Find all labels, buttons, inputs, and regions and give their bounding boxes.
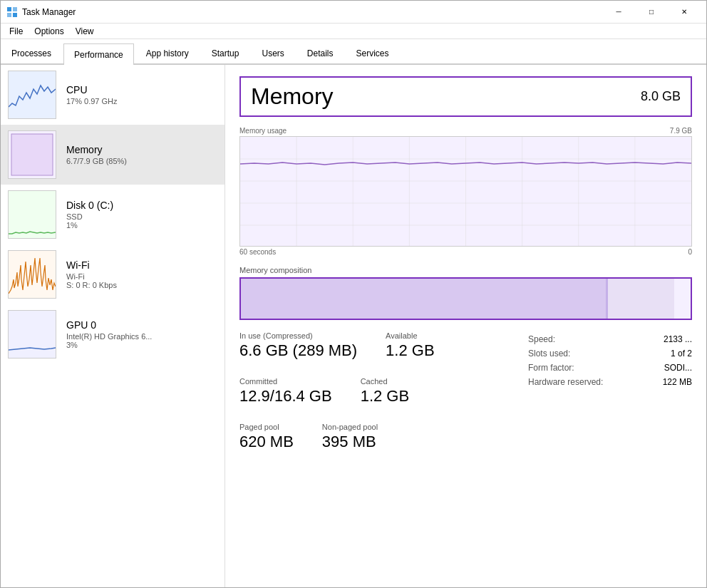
cpu-name: CPU: [66, 84, 217, 96]
menu-view[interactable]: View: [70, 25, 100, 38]
composition-bar: [239, 277, 692, 320]
comp-standby: [608, 279, 674, 319]
svg-rect-8: [9, 251, 56, 298]
hw-reserved-value: 122 MB: [663, 377, 692, 387]
right-stat-form: Form factor: SODI...: [528, 363, 692, 373]
sidebar-item-cpu[interactable]: CPU 17% 0.97 GHz: [1, 65, 225, 125]
hw-reserved-label: Hardware reserved:: [528, 377, 603, 387]
stat-cached: Cached 1.2 GB: [361, 377, 409, 406]
svg-rect-9: [9, 311, 56, 358]
svg-rect-1: [13, 7, 17, 11]
stats-row-3: Paged pool 620 MB Non-paged pool 395 MB: [239, 423, 514, 460]
window-controls: ─ □ ✕: [602, 1, 701, 24]
sidebar-item-wifi[interactable]: Wi-Fi Wi-Fi S: 0 R: 0 Kbps: [1, 244, 225, 304]
stat-committed-label: Committed: [239, 377, 332, 386]
gpu-name: GPU 0: [66, 319, 217, 331]
svg-rect-4: [9, 71, 56, 118]
cpu-sub: 17% 0.97 GHz: [66, 97, 217, 105]
close-button[interactable]: ✕: [668, 1, 701, 24]
disk-sub2: 1%: [66, 221, 217, 229]
title-bar: Task Manager ─ □ ✕: [1, 1, 706, 24]
memory-sub: 6.7/7.9 GB (85%): [66, 157, 217, 165]
memory-name: Memory: [66, 144, 217, 155]
sidebar-item-disk[interactable]: Disk 0 (C:) SSD 1%: [1, 185, 225, 244]
stat-paged-label: Paged pool: [239, 423, 294, 431]
memory-chart: [239, 136, 692, 247]
cpu-info: CPU 17% 0.97 GHz: [66, 84, 217, 105]
minimize-button[interactable]: ─: [602, 1, 635, 24]
stats-row-2: Committed 12.9/16.4 GB Cached 1.2 GB: [239, 377, 514, 414]
stat-paged-value: 620 MB: [239, 433, 294, 451]
tab-startup[interactable]: Startup: [201, 42, 250, 63]
svg-rect-7: [9, 191, 56, 238]
stats-area: In use (Compressed) 6.6 GB (289 MB) Avai…: [239, 331, 692, 468]
stat-available-label: Available: [386, 331, 434, 340]
tab-details[interactable]: Details: [296, 42, 344, 63]
memory-total: 8.0 GB: [641, 89, 681, 104]
stat-in-use-value: 6.6 GB (289 MB): [239, 341, 357, 360]
tab-users[interactable]: Users: [251, 42, 294, 63]
menu-options[interactable]: Options: [29, 25, 69, 38]
speed-value: 2133 ...: [664, 334, 692, 344]
tab-processes[interactable]: Processes: [1, 42, 62, 63]
form-value: SODI...: [664, 363, 692, 373]
menu-bar: File Options View: [1, 24, 706, 39]
chart-label-left: Memory usage: [239, 127, 287, 135]
sidebar: CPU 17% 0.97 GHz Memory 6.7/7.9 GB (85%): [1, 65, 225, 587]
right-stat-speed: Speed: 2133 ...: [528, 334, 692, 344]
svg-rect-2: [7, 13, 11, 17]
svg-rect-6: [11, 134, 53, 175]
gpu-sub2: 3%: [66, 341, 217, 349]
slots-value: 1 of 2: [671, 349, 692, 359]
task-manager-window: Task Manager ─ □ ✕ File Options View Pro…: [0, 0, 707, 588]
sidebar-item-gpu[interactable]: GPU 0 Intel(R) HD Graphics 6... 3%: [1, 304, 225, 364]
tab-performance[interactable]: Performance: [63, 43, 134, 65]
right-stats: Speed: 2133 ... Slots used: 1 of 2 Form …: [528, 331, 692, 468]
chart-time-right: 0: [688, 248, 692, 256]
composition-label: Memory composition: [239, 266, 692, 274]
left-stats: In use (Compressed) 6.6 GB (289 MB) Avai…: [239, 331, 514, 468]
tab-services[interactable]: Services: [346, 42, 400, 63]
stat-available: Available 1.2 GB: [386, 331, 434, 360]
stat-in-use: In use (Compressed) 6.6 GB (289 MB): [239, 331, 357, 360]
stat-cached-label: Cached: [361, 377, 409, 386]
tab-bar: Processes Performance App history Startu…: [1, 39, 706, 65]
wifi-sub2: S: 0 R: 0 Kbps: [66, 281, 217, 289]
right-stat-hw-reserved: Hardware reserved: 122 MB: [528, 377, 692, 387]
chart-time-row: 60 seconds 0: [239, 248, 692, 256]
tab-app-history[interactable]: App history: [135, 42, 200, 63]
stat-cached-value: 1.2 GB: [361, 387, 409, 406]
speed-label: Speed:: [528, 334, 555, 344]
stat-available-value: 1.2 GB: [386, 341, 434, 360]
stat-committed: Committed 12.9/16.4 GB: [239, 377, 332, 406]
memory-header: Memory 8.0 GB: [239, 76, 692, 117]
comp-free: [674, 279, 691, 319]
chart-time-left: 60 seconds: [239, 248, 276, 256]
comp-in-use: [241, 279, 606, 319]
app-icon: [6, 6, 18, 18]
chart-section: Memory usage 7.9 GB: [239, 127, 692, 256]
slots-label: Slots used:: [528, 349, 570, 359]
wifi-name: Wi-Fi: [66, 259, 217, 271]
wifi-info: Wi-Fi Wi-Fi S: 0 R: 0 Kbps: [66, 259, 217, 289]
wifi-thumbnail: [8, 250, 56, 299]
memory-thumbnail: [8, 130, 56, 179]
chart-label-right: 7.9 GB: [670, 127, 692, 135]
maximize-button[interactable]: □: [635, 1, 668, 24]
main-panel: Memory 8.0 GB Memory usage 7.9 GB: [225, 65, 706, 587]
chart-label-row: Memory usage 7.9 GB: [239, 127, 692, 135]
form-label: Form factor:: [528, 363, 574, 373]
svg-rect-3: [13, 13, 17, 17]
svg-rect-0: [7, 7, 11, 11]
disk-info: Disk 0 (C:) SSD 1%: [66, 200, 217, 229]
memory-title: Memory: [251, 83, 334, 110]
gpu-info: GPU 0 Intel(R) HD Graphics 6... 3%: [66, 319, 217, 349]
gpu-sub1: Intel(R) HD Graphics 6...: [66, 332, 217, 341]
memory-info: Memory 6.7/7.9 GB (85%): [66, 144, 217, 165]
stat-non-paged-label: Non-paged pool: [322, 423, 378, 431]
menu-file[interactable]: File: [4, 25, 29, 38]
disk-sub1: SSD: [66, 212, 217, 221]
sidebar-item-memory[interactable]: Memory 6.7/7.9 GB (85%): [1, 125, 225, 185]
stat-non-paged-pool: Non-paged pool 395 MB: [322, 423, 378, 451]
gpu-thumbnail: [8, 310, 56, 359]
